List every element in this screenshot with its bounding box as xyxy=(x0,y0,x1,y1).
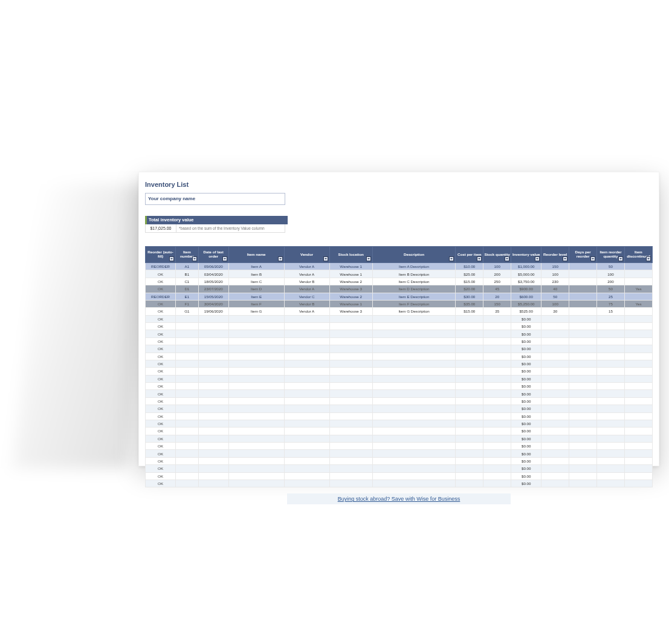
company-name-input[interactable]: Your company name xyxy=(145,193,285,205)
table-cell[interactable] xyxy=(483,450,511,457)
table-cell[interactable] xyxy=(329,450,372,457)
table-cell[interactable]: $0.00 xyxy=(511,420,541,427)
table-cell[interactable] xyxy=(456,472,483,480)
table-cell[interactable] xyxy=(541,420,569,427)
table-cell[interactable]: 50 xyxy=(541,293,569,300)
table-cell[interactable] xyxy=(456,345,483,353)
table-cell[interactable] xyxy=(372,450,456,457)
table-cell[interactable]: $20.00 xyxy=(456,285,483,293)
table-cell[interactable]: $0.00 xyxy=(511,450,541,457)
table-cell[interactable] xyxy=(541,323,569,330)
table-cell[interactable] xyxy=(569,263,597,270)
table-cell[interactable]: Item D Description xyxy=(372,285,456,293)
filter-icon[interactable] xyxy=(192,256,197,261)
table-cell[interactable] xyxy=(483,345,511,353)
table-cell[interactable] xyxy=(284,397,329,405)
table-cell[interactable]: OK xyxy=(146,368,176,375)
table-cell[interactable] xyxy=(456,405,483,412)
table-cell[interactable]: OK xyxy=(146,315,176,322)
table-cell[interactable] xyxy=(228,337,284,345)
table-row[interactable]: OK$0.00 xyxy=(146,457,653,464)
table-cell[interactable]: Vendor C xyxy=(284,293,329,300)
table-row[interactable]: OK$0.00 xyxy=(146,450,653,457)
table-cell[interactable]: 05/06/2020 xyxy=(198,263,228,270)
table-cell[interactable]: OK xyxy=(146,420,176,427)
table-cell[interactable] xyxy=(372,428,456,435)
column-header[interactable]: Description xyxy=(372,247,456,263)
column-header[interactable]: Date of last order xyxy=(198,247,228,263)
table-cell[interactable]: OK xyxy=(146,465,176,472)
table-row[interactable]: OKC118/05/2020Item CVendor BWarehouse 2I… xyxy=(146,278,653,285)
table-cell[interactable] xyxy=(284,435,329,442)
table-cell[interactable]: 23/07/2020 xyxy=(198,285,228,293)
table-row[interactable]: OKG119/06/2020Item GVendor AWarehouse 3I… xyxy=(146,308,653,315)
table-cell[interactable] xyxy=(569,390,597,397)
table-cell[interactable] xyxy=(597,390,625,397)
table-cell[interactable] xyxy=(228,457,284,464)
table-cell[interactable] xyxy=(372,360,456,367)
table-cell[interactable] xyxy=(176,465,199,472)
table-row[interactable]: OK$0.00 xyxy=(146,443,653,450)
table-cell[interactable] xyxy=(228,480,284,487)
table-cell[interactable] xyxy=(198,345,228,353)
table-cell[interactable]: Vendor A xyxy=(284,285,329,293)
table-cell[interactable]: Item B xyxy=(228,270,284,278)
filter-icon[interactable] xyxy=(278,256,283,261)
table-cell[interactable]: $0.00 xyxy=(511,428,541,435)
table-cell[interactable] xyxy=(541,412,569,420)
table-cell[interactable]: D1 xyxy=(176,285,199,293)
table-cell[interactable] xyxy=(456,465,483,472)
table-cell[interactable] xyxy=(597,412,625,420)
table-cell[interactable] xyxy=(228,450,284,457)
table-row[interactable]: OKF130/04/2020Item FVendor BWarehouse 1I… xyxy=(146,300,653,307)
table-cell[interactable] xyxy=(624,390,652,397)
table-cell[interactable] xyxy=(541,428,569,435)
table-cell[interactable]: Vendor A xyxy=(284,270,329,278)
table-cell[interactable] xyxy=(624,383,652,390)
table-cell[interactable] xyxy=(541,457,569,464)
table-cell[interactable] xyxy=(541,375,569,382)
table-row[interactable]: OKB103/04/2020Item BVendor AWarehouse 1I… xyxy=(146,270,653,278)
table-cell[interactable] xyxy=(569,472,597,480)
column-header[interactable]: Item name xyxy=(228,247,284,263)
table-cell[interactable] xyxy=(624,405,652,412)
table-cell[interactable] xyxy=(284,480,329,487)
table-row[interactable]: OK$0.00 xyxy=(146,435,653,442)
table-cell[interactable] xyxy=(329,360,372,367)
table-cell[interactable] xyxy=(624,278,652,285)
table-cell[interactable] xyxy=(597,337,625,345)
table-cell[interactable]: $0.00 xyxy=(511,480,541,487)
table-cell[interactable]: Item G xyxy=(228,308,284,315)
table-cell[interactable] xyxy=(372,368,456,375)
table-cell[interactable]: OK xyxy=(146,450,176,457)
table-cell[interactable] xyxy=(372,353,456,360)
table-cell[interactable]: OK xyxy=(146,480,176,487)
table-cell[interactable] xyxy=(228,420,284,427)
table-row[interactable]: OK$0.00 xyxy=(146,390,653,397)
filter-icon[interactable] xyxy=(477,256,482,261)
table-cell[interactable] xyxy=(541,405,569,412)
table-cell[interactable] xyxy=(624,420,652,427)
table-cell[interactable] xyxy=(624,315,652,322)
table-cell[interactable] xyxy=(569,443,597,450)
table-cell[interactable] xyxy=(228,405,284,412)
table-cell[interactable] xyxy=(228,360,284,367)
table-cell[interactable] xyxy=(483,480,511,487)
table-cell[interactable]: 200 xyxy=(483,270,511,278)
table-cell[interactable] xyxy=(228,375,284,382)
table-cell[interactable] xyxy=(541,315,569,322)
table-cell[interactable] xyxy=(541,480,569,487)
table-cell[interactable] xyxy=(284,345,329,353)
table-cell[interactable] xyxy=(198,457,228,464)
table-cell[interactable]: $0.00 xyxy=(511,345,541,353)
table-cell[interactable] xyxy=(597,420,625,427)
table-cell[interactable] xyxy=(198,443,228,450)
table-cell[interactable] xyxy=(284,323,329,330)
table-cell[interactable] xyxy=(624,375,652,382)
filter-icon[interactable] xyxy=(535,256,540,261)
table-cell[interactable] xyxy=(569,420,597,427)
table-cell[interactable] xyxy=(176,360,199,367)
table-row[interactable]: REORDERA105/06/2020Item AVendor AWarehou… xyxy=(146,263,653,270)
table-cell[interactable] xyxy=(228,390,284,397)
table-cell[interactable] xyxy=(483,443,511,450)
